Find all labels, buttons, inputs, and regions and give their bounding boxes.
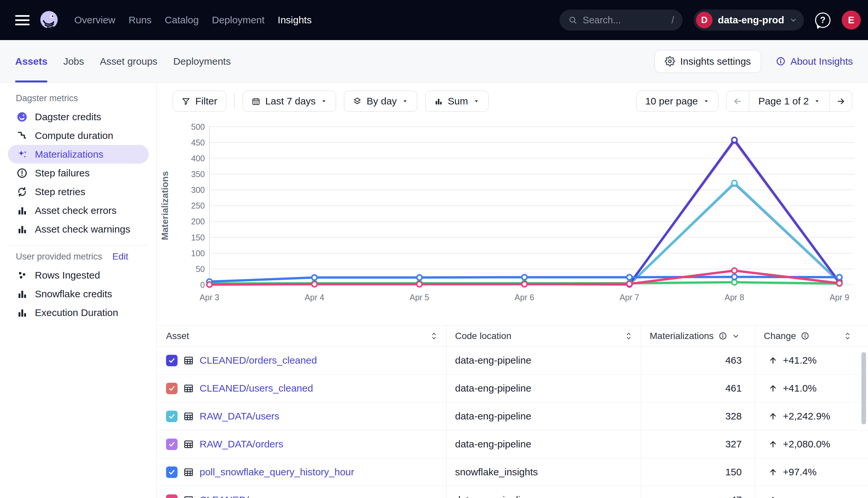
bars-icon xyxy=(16,205,28,216)
toolbar-divider xyxy=(234,94,235,109)
nav-catalog[interactable]: Catalog xyxy=(165,14,199,26)
sidebar-item-label: Step retries xyxy=(35,186,85,197)
tab-asset-groups[interactable]: Asset groups xyxy=(100,40,157,82)
help-button[interactable]: ? xyxy=(815,12,830,28)
svg-text:150: 150 xyxy=(191,233,205,242)
sidebar-item-asset-check-errors[interactable]: Asset check errors xyxy=(8,201,149,220)
menu-button[interactable] xyxy=(15,15,29,25)
tab-assets[interactable]: Assets xyxy=(15,40,47,82)
about-insights-link[interactable]: About Insights xyxy=(776,56,853,67)
svg-text:Apr 4: Apr 4 xyxy=(305,293,324,302)
asset-link[interactable]: RAW_DATA/orders xyxy=(200,438,283,450)
sort-icon[interactable] xyxy=(625,331,632,341)
sidebar-item-snowflake-credits[interactable]: Snowflake credits xyxy=(8,285,149,303)
insights-settings-button[interactable]: Insights settings xyxy=(655,50,761,73)
sidebar-item-label: Asset check errors xyxy=(35,205,116,216)
asset-checkbox[interactable] xyxy=(166,411,178,422)
caret-down-icon xyxy=(321,98,327,104)
asset-checkbox[interactable] xyxy=(166,383,178,394)
svg-text:350: 350 xyxy=(191,170,205,179)
column-header-change[interactable]: Change xyxy=(755,326,860,346)
gear-icon xyxy=(665,56,675,66)
asset-checkbox[interactable] xyxy=(166,494,178,498)
nav-insights[interactable]: Insights xyxy=(278,14,312,26)
svg-text:Apr 5: Apr 5 xyxy=(410,293,430,302)
asset-cell: CLEANED/users_cleaned xyxy=(157,375,447,402)
tab-jobs[interactable]: Jobs xyxy=(63,40,84,82)
asset-checkbox[interactable] xyxy=(166,438,178,450)
asset-link[interactable]: CLEANED/… xyxy=(200,494,259,498)
column-header-code-location[interactable]: Code location xyxy=(447,326,641,346)
sidebar-item-compute-duration[interactable]: Compute duration xyxy=(8,126,149,145)
org-switcher[interactable]: D data-eng-prod xyxy=(694,10,804,30)
org-name: data-eng-prod xyxy=(718,14,784,26)
asset-checkbox[interactable] xyxy=(166,467,178,478)
arrow-up-icon xyxy=(768,356,778,365)
page-select[interactable]: Page 1 of 2 xyxy=(749,91,830,112)
tab-bar-right: Insights settings About Insights xyxy=(655,50,853,73)
info-icon xyxy=(801,331,809,340)
search-input[interactable]: Search... / xyxy=(560,10,682,30)
edit-metrics-link[interactable]: Edit xyxy=(113,251,128,262)
column-header-asset[interactable]: Asset xyxy=(157,326,447,346)
asset-link[interactable]: CLEANED/users_cleaned xyxy=(200,383,313,394)
table-icon xyxy=(183,355,194,366)
nav-runs[interactable]: Runs xyxy=(129,14,152,26)
next-page-button[interactable] xyxy=(830,91,852,112)
filter-label: Filter xyxy=(195,95,217,107)
asset-link[interactable]: RAW_DATA/users xyxy=(200,411,280,422)
table-icon xyxy=(183,383,194,394)
search-placeholder: Search... xyxy=(583,15,621,26)
column-header-materializations[interactable]: Materializations xyxy=(641,326,755,346)
materializations-value: 150 xyxy=(641,458,755,486)
table-icon xyxy=(183,467,194,477)
table-row: CLEANED/users_cleaneddata-eng-pipeline46… xyxy=(157,375,868,403)
sidebar-item-materializations[interactable]: Materializations xyxy=(8,145,149,163)
top-nav-right: Search... / D data-eng-prod ? E xyxy=(560,10,861,30)
nav-deployment[interactable]: Deployment xyxy=(212,14,264,26)
sidebar-item-step-retries[interactable]: Step retries xyxy=(8,182,149,201)
about-insights-label: About Insights xyxy=(790,56,853,67)
alert-icon xyxy=(16,168,28,179)
nav-overview[interactable]: Overview xyxy=(74,14,115,26)
svg-text:500: 500 xyxy=(191,122,205,131)
date-range-button[interactable]: Last 7 days xyxy=(243,91,336,112)
sidebar-item-rows-ingested[interactable]: Rows Ingested xyxy=(8,266,149,285)
toolbar-left: Filter Last 7 days By day Sum xyxy=(173,91,488,112)
svg-text:Apr 8: Apr 8 xyxy=(725,293,744,302)
sidebar-item-asset-check-warnings[interactable]: Asset check warnings xyxy=(8,220,149,238)
sidebar-section-title: Dagster metrics xyxy=(16,93,141,104)
sidebar-item-step-failures[interactable]: Step failures xyxy=(8,163,149,182)
asset-link[interactable]: CLEANED/orders_cleaned xyxy=(200,355,317,366)
user-avatar[interactable]: E xyxy=(842,11,861,29)
tab-bar: AssetsJobsAsset groupsDeployments Insigh… xyxy=(0,40,868,83)
prev-page-button[interactable] xyxy=(727,91,749,112)
question-icon: ? xyxy=(820,15,826,25)
svg-text:450: 450 xyxy=(191,138,205,147)
sidebar-item-dagster-credits[interactable]: Dagster credits xyxy=(8,107,149,126)
asset-checkbox[interactable] xyxy=(166,355,178,366)
sort-icon[interactable] xyxy=(844,331,851,341)
change-cell: +2,242.9% xyxy=(755,403,860,430)
per-page-button[interactable]: 10 per page xyxy=(636,91,718,112)
group-by-button[interactable]: By day xyxy=(344,91,417,112)
change-cell: +41.0% xyxy=(755,375,860,402)
svg-text:200: 200 xyxy=(191,217,205,226)
materializations-chart: 050100150200250300350400450500Apr 3Apr 4… xyxy=(157,114,868,319)
code-location-cell: data-eng-pipeline xyxy=(447,346,641,374)
svg-text:400: 400 xyxy=(191,154,205,163)
tab-deployments[interactable]: Deployments xyxy=(173,40,231,82)
octopus-icon xyxy=(16,112,28,122)
change-cell: +97.4% xyxy=(755,458,860,486)
change-cell xyxy=(755,486,860,498)
filter-button[interactable]: Filter xyxy=(173,91,226,112)
asset-link[interactable]: poll_snowflake_query_history_hour xyxy=(200,467,354,477)
materializations-value: 328 xyxy=(641,403,755,430)
table-scrollbar[interactable] xyxy=(861,352,866,424)
sidebar-item-label: Rows Ingested xyxy=(35,270,100,281)
arrow-up-icon xyxy=(768,440,778,449)
aggregation-button[interactable]: Sum xyxy=(425,91,488,112)
sort-icon[interactable] xyxy=(430,331,438,341)
materializations-value: 461 xyxy=(641,375,755,402)
sidebar-item-execution-duration[interactable]: Execution Duration xyxy=(8,303,149,322)
